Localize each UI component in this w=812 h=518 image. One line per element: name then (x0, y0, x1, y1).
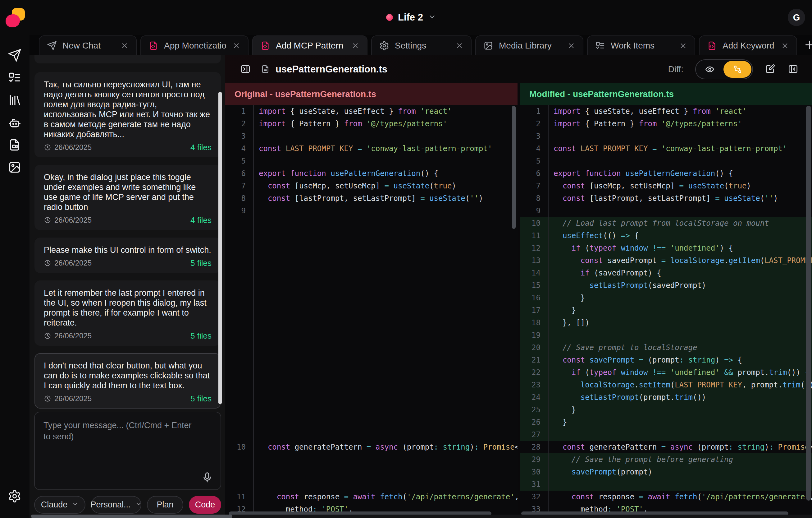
original-code[interactable]: 1import { useState, useEffect } from 're… (225, 105, 518, 518)
message-meta: 26/06/20254 files (44, 215, 211, 225)
app-window: Life 2 G New ChatApp Monetization ...Add… (0, 0, 812, 518)
tab-media-library[interactable]: Media Library (475, 35, 583, 55)
list-todo-icon (595, 41, 605, 51)
tab-label: New Chat (62, 41, 115, 51)
window-scrollbar-thumb[interactable] (31, 515, 232, 518)
microphone-icon[interactable] (201, 471, 213, 483)
close-icon[interactable] (351, 42, 359, 50)
chat-history-item[interactable]: Так, ты сильно переусложнил UI, там не н… (34, 72, 221, 157)
library-icon[interactable] (7, 93, 22, 108)
line-number: 26 (520, 416, 549, 429)
project-color-dot (386, 14, 393, 21)
preview-eye-icon[interactable] (696, 64, 723, 74)
message-input-box (34, 412, 221, 490)
original-vertical-scrollbar[interactable] (512, 106, 516, 229)
line-number: 7 (225, 180, 254, 192)
line-number: 7 (520, 180, 549, 192)
clock-icon (44, 216, 51, 224)
list-todo-icon[interactable] (7, 70, 22, 85)
line-number: 21 (520, 354, 549, 366)
plan-button[interactable]: Plan (147, 496, 183, 514)
tab-work-items[interactable]: Work Items (587, 35, 695, 55)
code-button[interactable]: Code (189, 496, 221, 514)
message-text: I don't need that clear button, but what… (44, 361, 211, 390)
tabs: New ChatApp Monetization ...Add MCP Patt… (39, 35, 801, 55)
new-tab-button[interactable] (803, 38, 812, 52)
message-meta: 26/06/20255 files (44, 258, 211, 268)
code-line: 13 const savedPrompt = localStorage.getI… (520, 254, 812, 267)
close-icon[interactable] (567, 42, 575, 50)
close-icon[interactable] (455, 42, 463, 50)
claude-button[interactable]: Claude (34, 496, 85, 514)
app-logo[interactable] (6, 8, 25, 27)
code-line: 11 useEffect(() => { (520, 229, 812, 242)
line-number: 10 (520, 217, 549, 229)
image-icon[interactable] (7, 160, 22, 175)
personal-button[interactable]: Personal... (91, 496, 141, 514)
edit-icon[interactable] (765, 64, 776, 75)
line-number: 30 (520, 466, 549, 478)
message-input[interactable] (43, 419, 199, 476)
code-line: 29 // Save the prompt before generating (520, 453, 812, 466)
message-date: 26/06/2025 (54, 216, 92, 224)
code-line: 12 if (typeof window !== 'undefined') { (520, 242, 812, 254)
panel-collapse-icon[interactable] (788, 64, 799, 75)
code-line: 4const LAST_PROMPT_KEY = 'conway-last-pa… (225, 142, 518, 155)
close-icon[interactable] (120, 42, 128, 50)
code-line: 26 } (520, 416, 812, 429)
close-icon[interactable] (679, 42, 687, 50)
code-line: 22 if (typeof window !== 'undefined' && … (520, 366, 812, 379)
line-number: 28 (520, 441, 549, 453)
code-line: 19 (520, 329, 812, 342)
avatar[interactable]: G (788, 9, 805, 26)
code-line: 11 const response = await fetch('/api/pa… (225, 491, 518, 503)
tab-app-monetization[interactable]: App Monetization ... (140, 35, 249, 55)
line-number: 13 (520, 254, 549, 267)
code-line: 21 const savePrompt = (prompt: string) =… (520, 354, 812, 366)
chat-scrollbar[interactable] (219, 92, 222, 404)
chat-history-item[interactable]: Okay, in the dialog just place this togg… (34, 165, 221, 230)
chat-history-item[interactable]: Let it remember the last prompt I entere… (34, 280, 221, 346)
tab-add-mcp-pattern[interactable]: Add MCP Pattern ... (252, 35, 368, 55)
tab-new-chat[interactable]: New Chat (39, 35, 137, 55)
line-number: 8 (225, 192, 254, 205)
modified-vertical-scrollbar[interactable] (806, 106, 811, 500)
chat-controls: ClaudePersonal...PlanCode (34, 496, 221, 514)
tab-add-keyword-patt[interactable]: Add Keyword Patt... (699, 35, 797, 55)
bot-icon[interactable] (7, 115, 22, 130)
diff-toolbar: usePatternGeneration.ts Diff: (225, 55, 812, 83)
message-text: Let it remember the last prompt I entere… (44, 288, 211, 328)
message-meta: 26/06/20255 files (44, 393, 211, 404)
code-line: 3 (225, 130, 518, 142)
line-number: 9 (225, 205, 254, 217)
line-number: 29 (520, 453, 549, 466)
chat-history-item[interactable]: I don't need that clear button, but what… (34, 353, 221, 409)
file-code-icon (260, 41, 270, 51)
project-switcher[interactable]: Life 2 (386, 0, 436, 35)
close-icon[interactable] (232, 42, 240, 50)
project-name: Life 2 (398, 12, 423, 23)
panel-expand-icon[interactable] (240, 64, 251, 75)
line-number: 4 (225, 142, 254, 155)
files-count: 4 files (191, 216, 211, 225)
tab-label: Add Keyword Patt... (723, 41, 775, 51)
line-number: 17 (520, 304, 549, 317)
file-video-icon[interactable] (7, 137, 22, 152)
settings-icon[interactable] (7, 489, 22, 504)
git-compare-icon[interactable] (723, 61, 751, 78)
chat-history-item[interactable]: Please make this UI control in form of s… (34, 238, 221, 273)
tab-label: Add MCP Pattern ... (276, 41, 346, 51)
close-icon[interactable] (781, 42, 789, 50)
logo-pink-blob (6, 14, 20, 27)
message-meta: 26/06/20255 files (44, 331, 211, 341)
modified-code[interactable]: 1import { useState, useEffect } from 're… (520, 105, 812, 518)
send-icon[interactable] (7, 48, 22, 63)
partial-chat-item[interactable] (34, 55, 221, 63)
line-number: 15 (520, 279, 549, 292)
button-label: Code (195, 500, 215, 510)
tab-settings[interactable]: Settings (371, 35, 471, 55)
line-number: 27 (520, 429, 549, 441)
files-count: 5 files (191, 394, 211, 404)
chevron-down-icon (72, 500, 79, 510)
tab-label: App Monetization ... (164, 41, 227, 51)
